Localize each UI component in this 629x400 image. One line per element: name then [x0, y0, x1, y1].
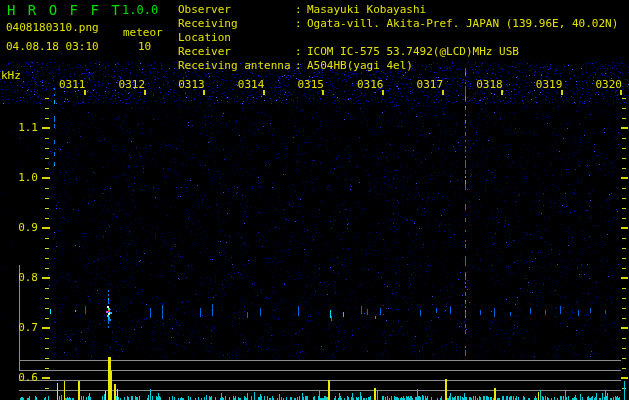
mode-label: meteor [123, 27, 163, 38]
time-label: 0320 [595, 79, 622, 90]
info-row: Receiving Location:Ogata-vill. Akita-Pre… [178, 17, 618, 45]
info-label: Receiving antenna [178, 59, 295, 73]
info-colon: : [295, 59, 307, 73]
info-value: Ogata-vill. Akita-Pref. JAPAN (139.96E, … [307, 17, 618, 45]
hrofft-screen: H R O F F T 1.0.0 0408180310.png meteor … [0, 0, 629, 400]
freq-label: 0.8 [0, 272, 38, 283]
info-row: Receiving antenna:A504HB(yagi 4el) [178, 59, 618, 73]
info-colon: : [295, 17, 307, 45]
info-colon: : [295, 45, 307, 59]
freq-label: 1.1 [0, 122, 38, 133]
time-label: 0314 [238, 79, 265, 90]
time-label: 0313 [178, 79, 205, 90]
meteor-count-label: 10 [138, 41, 151, 52]
khz-unit-label: kHz [1, 70, 21, 81]
freq-label: 1.0 [0, 172, 38, 183]
receiver-info: Observer:Masayuki KobayashiReceiving Loc… [178, 3, 618, 73]
freq-label: 0.6 [0, 372, 38, 383]
datetime-label: 04.08.18 03:10 [6, 41, 99, 52]
info-row: Receiver:ICOM IC-575 53.7492(@LCD)MHz US… [178, 45, 618, 59]
program-title: H R O F F T [7, 3, 122, 17]
time-label: 0319 [536, 79, 563, 90]
info-value: ICOM IC-575 53.7492(@LCD)MHz USB [307, 45, 519, 59]
time-label: 0318 [476, 79, 503, 90]
time-label: 0316 [357, 79, 384, 90]
info-value: Masayuki Kobayashi [307, 3, 426, 17]
time-label: 0311 [59, 79, 86, 90]
time-label: 0312 [119, 79, 146, 90]
version-label: 1.0.0 [122, 4, 158, 16]
info-value: A504HB(yagi 4el) [307, 59, 413, 73]
info-label: Receiving Location [178, 17, 295, 45]
info-label: Observer [178, 3, 295, 17]
freq-label: 0.7 [0, 322, 38, 333]
filename-label: 0408180310.png [6, 22, 99, 33]
info-label: Receiver [178, 45, 295, 59]
freq-label: 0.9 [0, 222, 38, 233]
info-row: Observer:Masayuki Kobayashi [178, 3, 618, 17]
time-label: 0315 [297, 79, 324, 90]
time-label: 0317 [417, 79, 444, 90]
info-colon: : [295, 3, 307, 17]
